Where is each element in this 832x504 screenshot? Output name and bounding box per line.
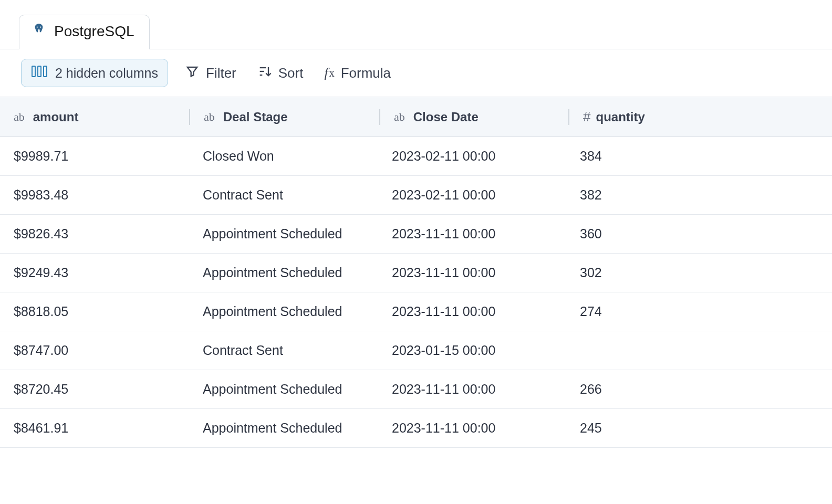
table-row[interactable]: $8461.91Appointment Scheduled2023-11-11 … <box>0 409 832 448</box>
formula-label: Formula <box>341 65 391 81</box>
cell-stage[interactable]: Contract Sent <box>189 176 378 214</box>
table-row[interactable]: $9249.43Appointment Scheduled2023-11-11 … <box>0 254 832 292</box>
cell-date[interactable]: 2023-11-11 00:00 <box>378 215 566 253</box>
cell-stage[interactable]: Appointment Scheduled <box>189 292 378 331</box>
hidden-columns-button[interactable]: 2 hidden columns <box>21 59 168 87</box>
svg-rect-3 <box>38 66 41 77</box>
table-row[interactable]: $8818.05Appointment Scheduled2023-11-11 … <box>0 292 832 331</box>
table-row[interactable]: $9983.48Contract Sent2023-02-11 00:00382 <box>0 176 832 215</box>
cell-quantity[interactable]: 384 <box>566 137 724 175</box>
cell-stage[interactable]: Contract Sent <box>189 331 378 370</box>
cell-amount[interactable]: $9983.48 <box>0 176 189 214</box>
cell-date[interactable]: 2023-11-11 00:00 <box>378 370 566 408</box>
toolbar: 2 hidden columns Filter Sort fx Formula <box>0 49 832 97</box>
filter-label: Filter <box>206 65 236 81</box>
table-row[interactable]: $9826.43Appointment Scheduled2023-11-11 … <box>0 215 832 254</box>
postgresql-icon <box>32 23 46 40</box>
column-label: Close Date <box>413 110 479 124</box>
svg-rect-4 <box>44 66 47 77</box>
column-label: Deal Stage <box>223 110 288 124</box>
cell-stage[interactable]: Appointment Scheduled <box>189 370 378 408</box>
table-body: $9989.71Closed Won2023-02-11 00:00384$99… <box>0 137 832 448</box>
text-type-icon: ab <box>394 110 405 124</box>
cell-amount[interactable]: $8720.45 <box>0 370 189 408</box>
svg-rect-2 <box>32 66 35 77</box>
cell-amount[interactable]: $9249.43 <box>0 254 189 292</box>
table-header: ab amount ab Deal Stage ab Close Date # … <box>0 97 832 137</box>
cell-amount[interactable]: $8461.91 <box>0 409 189 447</box>
formula-button[interactable]: fx Formula <box>320 61 395 86</box>
tab-label: PostgreSQL <box>54 23 134 40</box>
column-label: amount <box>33 110 79 124</box>
cell-stage[interactable]: Appointment Scheduled <box>189 215 378 253</box>
table-row[interactable]: $9989.71Closed Won2023-02-11 00:00384 <box>0 137 832 176</box>
cell-stage[interactable]: Appointment Scheduled <box>189 409 378 447</box>
cell-amount[interactable]: $8818.05 <box>0 292 189 331</box>
tab-bar: PostgreSQL <box>0 0 832 49</box>
svg-point-1 <box>40 27 41 28</box>
cell-quantity[interactable]: 302 <box>566 254 724 292</box>
cell-quantity[interactable]: 245 <box>566 409 724 447</box>
column-header-deal-stage[interactable]: ab Deal Stage <box>190 97 379 136</box>
filter-button[interactable]: Filter <box>181 60 241 87</box>
cell-date[interactable]: 2023-02-11 00:00 <box>378 137 566 175</box>
sort-button[interactable]: Sort <box>253 60 308 87</box>
cell-amount[interactable]: $9826.43 <box>0 215 189 253</box>
filter-icon <box>185 64 200 82</box>
table-row[interactable]: $8720.45Appointment Scheduled2023-11-11 … <box>0 370 832 409</box>
column-header-close-date[interactable]: ab Close Date <box>380 97 568 136</box>
number-type-icon: # <box>583 109 590 125</box>
cell-quantity[interactable]: 360 <box>566 215 724 253</box>
text-type-icon: ab <box>14 110 25 124</box>
column-header-quantity[interactable]: # quantity <box>569 97 727 136</box>
tab-postgresql[interactable]: PostgreSQL <box>19 15 150 49</box>
columns-icon <box>31 65 48 81</box>
cell-stage[interactable]: Closed Won <box>189 137 378 175</box>
hidden-columns-label: 2 hidden columns <box>55 66 158 81</box>
column-header-amount[interactable]: ab amount <box>0 97 189 136</box>
cell-quantity[interactable]: 382 <box>566 176 724 214</box>
cell-date[interactable]: 2023-11-11 00:00 <box>378 254 566 292</box>
cell-quantity[interactable]: 266 <box>566 370 724 408</box>
cell-amount[interactable]: $9989.71 <box>0 137 189 175</box>
cell-amount[interactable]: $8747.00 <box>0 331 189 370</box>
cell-date[interactable]: 2023-01-15 00:00 <box>378 331 566 370</box>
cell-stage[interactable]: Appointment Scheduled <box>189 254 378 292</box>
table-row[interactable]: $8747.00Contract Sent2023-01-15 00:00 <box>0 331 832 370</box>
fx-icon: fx <box>324 65 334 81</box>
cell-quantity[interactable] <box>566 331 724 370</box>
cell-quantity[interactable]: 274 <box>566 292 724 331</box>
svg-point-0 <box>37 27 38 28</box>
text-type-icon: ab <box>204 110 215 124</box>
cell-date[interactable]: 2023-02-11 00:00 <box>378 176 566 214</box>
sort-label: Sort <box>278 65 304 81</box>
cell-date[interactable]: 2023-11-11 00:00 <box>378 409 566 447</box>
cell-date[interactable]: 2023-11-11 00:00 <box>378 292 566 331</box>
sort-icon <box>257 64 272 82</box>
column-label: quantity <box>596 110 644 124</box>
